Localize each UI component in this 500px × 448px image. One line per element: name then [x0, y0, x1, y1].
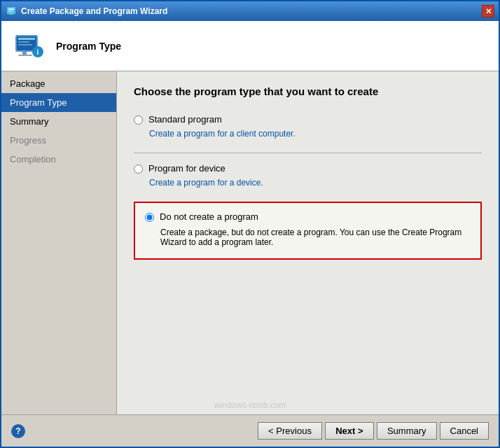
device-radio[interactable] [134, 164, 143, 174]
sidebar-item-completion: Completion [1, 150, 116, 169]
svg-rect-2 [8, 10, 13, 12]
footer: ? < Previous Next > Summary Cancel [1, 414, 499, 447]
sidebar-item-program-type[interactable]: Program Type [1, 93, 116, 112]
standard-radio[interactable] [134, 115, 143, 125]
header-panel: i Program Type [1, 21, 499, 71]
svg-rect-9 [22, 52, 27, 55]
footer-buttons: < Previous Next > Summary Cancel [258, 422, 489, 440]
device-program-group: Program for device Create a program for … [134, 163, 482, 188]
svg-rect-1 [8, 8, 14, 10]
content-title: Choose the program type that you want to… [134, 85, 482, 97]
svg-rect-7 [18, 41, 29, 43]
close-button[interactable]: ✕ [482, 5, 494, 18]
svg-rect-6 [18, 38, 35, 40]
device-program-option[interactable]: Program for device [134, 163, 482, 174]
header-title: Program Type [56, 41, 121, 52]
standard-program-option[interactable]: Standard program [134, 114, 482, 125]
help-button[interactable]: ? [11, 424, 25, 438]
sidebar: Package Program Type Summary Progress Co… [1, 71, 117, 414]
sidebar-item-package[interactable]: Package [1, 74, 116, 93]
cancel-button[interactable]: Cancel [440, 422, 489, 440]
wizard-window: Create Package and Program Wizard ✕ i Pr… [0, 0, 500, 448]
separator-1 [134, 153, 482, 153]
standard-program-group: Standard program Create a program for a … [134, 114, 482, 139]
no-program-radio[interactable] [145, 213, 154, 222]
svg-rect-10 [18, 55, 32, 56]
device-label[interactable]: Program for device [148, 163, 225, 174]
no-program-option[interactable]: Do not create a program [145, 211, 471, 222]
standard-description: Create a program for a client computer. [149, 129, 482, 139]
no-program-description: Create a package, but do not create a pr… [160, 227, 471, 247]
summary-button[interactable]: Summary [377, 422, 437, 440]
title-bar: Create Package and Program Wizard ✕ [1, 1, 499, 21]
no-program-group: Do not create a program Create a package… [134, 202, 482, 260]
header-icon: i [13, 29, 46, 63]
content-area: Choose the program type that you want to… [117, 71, 499, 414]
svg-text:i: i [37, 48, 39, 56]
sidebar-item-progress: Progress [1, 131, 116, 150]
device-description: Create a program for a device. [149, 178, 482, 188]
next-button[interactable]: Next > [325, 422, 374, 440]
standard-label[interactable]: Standard program [148, 114, 222, 125]
footer-left: ? [11, 424, 25, 438]
title-bar-left: Create Package and Program Wizard [6, 6, 167, 17]
wizard-icon [6, 6, 17, 17]
previous-button[interactable]: < Previous [258, 422, 322, 440]
svg-rect-8 [18, 44, 32, 46]
main-content: Package Program Type Summary Progress Co… [1, 71, 499, 414]
no-program-label[interactable]: Do not create a program [160, 211, 258, 222]
sidebar-item-summary[interactable]: Summary [1, 112, 116, 131]
title-bar-text: Create Package and Program Wizard [21, 6, 167, 16]
